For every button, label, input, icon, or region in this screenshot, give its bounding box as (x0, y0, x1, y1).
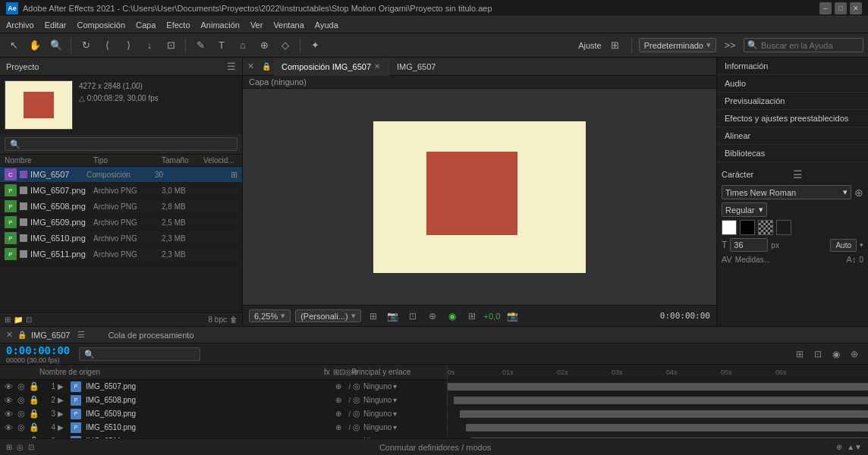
snapshot-btn[interactable]: 📸 (505, 309, 520, 324)
layer-link-2[interactable]: ⊕ (335, 396, 346, 404)
lock-btn-3[interactable]: 🔒 (29, 409, 39, 419)
panel-audio[interactable]: Audio (717, 75, 868, 93)
tool-hand[interactable]: ✋ (26, 36, 44, 55)
tool-select[interactable]: ↖ (5, 36, 23, 55)
tl-bottom-icon-1[interactable]: ⊞ (6, 443, 12, 451)
menu-archivo[interactable]: Archivo (6, 20, 34, 30)
panel-info[interactable]: Información (717, 58, 868, 75)
eye-btn-2[interactable]: 👁 (3, 396, 14, 405)
tl-btn-3[interactable]: ◉ (829, 347, 844, 362)
menu-animacion[interactable]: Animación (201, 20, 240, 30)
solo-btn-2[interactable]: ◎ (16, 395, 27, 405)
color-btn[interactable]: ◉ (445, 309, 460, 324)
tool-mask[interactable]: ⊡ (162, 36, 180, 55)
file-row-5[interactable]: P IMG_6511.png Archivo PNG 2,3 MB (0, 246, 242, 262)
toggle-label[interactable]: Conmutar definidores / modos (39, 443, 832, 452)
tl-close-icon[interactable]: ✕ (6, 330, 13, 340)
tool-zoom[interactable]: 🔍 (47, 36, 65, 55)
tl-bottom-icon-3[interactable]: ⊡ (28, 443, 34, 451)
file-row-3[interactable]: P IMG_6509.png Archivo PNG 2,5 MB (0, 215, 242, 231)
tl-bottom-icon-4[interactable]: ⊕ (836, 443, 842, 451)
camera-btn[interactable]: 📷 (385, 309, 401, 324)
tool-down[interactable]: ↓ (140, 36, 159, 55)
file-row-0[interactable]: C IMG_6507 Composición 30 ⊞ (0, 167, 242, 183)
file-row-1[interactable]: P IMG_6507.png Archivo PNG 3,0 MB (0, 183, 242, 199)
close-comp-icon[interactable]: ✕ (243, 61, 259, 71)
tl-btn-1[interactable]: ⊞ (792, 347, 807, 362)
offset-btn[interactable]: ⊞ (464, 309, 480, 324)
tool-puppet[interactable]: ✦ (306, 36, 324, 55)
comp-tab-main[interactable]: Composición IMG_6507 ✕ (274, 58, 388, 76)
character-menu-icon[interactable]: ☰ (793, 168, 864, 180)
tool-stamp[interactable]: ⊕ (255, 36, 273, 55)
tool-rotate[interactable]: ↻ (77, 36, 95, 55)
add-to-comp-icon[interactable]: ⊞ (231, 170, 237, 180)
fit-btn[interactable]: ⊞ (366, 309, 381, 324)
menu-capa[interactable]: Capa (136, 20, 156, 30)
comp-sub-tab[interactable]: IMG_6507 (388, 58, 443, 76)
panel-effects[interactable]: Efectos y ajustes preestablecidos (717, 110, 868, 127)
eye-btn-1[interactable]: 👁 (3, 382, 14, 391)
leading-auto-btn[interactable]: Auto (830, 239, 857, 252)
principal-dropdown-1[interactable]: Ninguno ▾ (363, 382, 397, 391)
folder-icon[interactable]: 📁 (14, 315, 23, 324)
safe-btn[interactable]: ⊕ (425, 309, 440, 324)
eyedropper-icon[interactable]: ⊕ (854, 187, 863, 199)
layer-row-4[interactable]: 👁 ◎ 🔒 4 ▶ P IMG_6510.png ⊕ / ◎ Ninguno ▾ (0, 421, 868, 435)
tool-expand[interactable]: >> (721, 36, 739, 55)
layer-row-3[interactable]: 👁 ◎ 🔒 3 ▶ P IMG_6509.png ⊕ / ◎ Ninguno ▾ (0, 407, 868, 421)
menu-ver[interactable]: Ver (250, 20, 263, 30)
solo-btn-3[interactable]: ◎ (16, 409, 27, 419)
tl-btn-2[interactable]: ⊡ (810, 347, 826, 362)
grid-btn[interactable]: ⊡ (405, 309, 420, 324)
tool-text[interactable]: T (212, 36, 231, 55)
lock-btn-2[interactable]: 🔒 (29, 395, 39, 405)
stroke-color-swatch[interactable] (740, 220, 755, 235)
solo-btn-1[interactable]: ◎ (16, 381, 27, 391)
menu-efecto[interactable]: Efecto (166, 20, 190, 30)
trash-icon[interactable]: 🗑 (230, 315, 237, 324)
metrics-label[interactable]: Medidas... (735, 256, 770, 264)
panel-libraries[interactable]: Bibliotecas (717, 145, 868, 162)
lock-btn-4[interactable]: 🔒 (29, 422, 39, 432)
panel-align[interactable]: Alinear (717, 127, 868, 145)
panel-preview[interactable]: Previsualización (717, 93, 868, 110)
tool-snap[interactable]: ⊞ (606, 36, 624, 55)
maximize-button[interactable]: □ (835, 2, 847, 14)
tl-bottom-icon-5[interactable]: ▲▼ (847, 443, 862, 451)
tool-forward[interactable]: ⟩ (119, 36, 137, 55)
expand-btn-1[interactable]: ▶ (58, 382, 68, 391)
minimize-button[interactable]: ─ (819, 2, 832, 14)
comp-tab-close[interactable]: ✕ (374, 62, 380, 71)
expand-btn-4[interactable]: ▶ (58, 423, 68, 431)
principal-dropdown-2[interactable]: Ninguno ▾ (363, 396, 397, 404)
principal-dropdown-3[interactable]: Ninguno ▾ (363, 410, 397, 418)
tool-pen[interactable]: ✎ (191, 36, 209, 55)
eye-btn-4[interactable]: 👁 (3, 423, 14, 432)
close-button[interactable]: ✕ (850, 2, 862, 14)
tl-btn-4[interactable]: ⊕ (847, 347, 862, 362)
file-row-4[interactable]: P IMG_6510.png Archivo PNG 2,3 MB (0, 231, 242, 246)
menu-editar[interactable]: Editar (45, 20, 67, 30)
workspace-dropdown[interactable]: Predeterminado ▾ (639, 38, 716, 52)
expand-btn-2[interactable]: ▶ (58, 396, 68, 404)
project-menu-icon[interactable]: ☰ (227, 61, 236, 72)
fill-color-swatch[interactable] (722, 220, 737, 235)
layer-link-1[interactable]: ⊕ (335, 382, 346, 391)
timeline-search-input[interactable] (79, 347, 200, 361)
tl-settings-icon[interactable]: ☰ (74, 330, 88, 340)
lock-btn-1[interactable]: 🔒 (29, 381, 39, 391)
font-style-select[interactable]: Regular ▾ (722, 202, 767, 217)
tool-brush[interactable]: ⌂ (234, 36, 252, 55)
principal-dropdown-4[interactable]: Ninguno ▾ (363, 423, 397, 431)
comp-icon-small[interactable]: ⊡ (26, 315, 32, 324)
layer-row-1[interactable]: 👁 ◎ 🔒 1 ▶ P IMG_6507.png ⊕ / ◎ Ninguno ▾ (0, 380, 868, 394)
menu-ayuda[interactable]: Ayuda (315, 20, 338, 30)
layer-link-3[interactable]: ⊕ (335, 410, 346, 418)
eye-btn-3[interactable]: 👁 (3, 410, 14, 419)
tl-bottom-icon-2[interactable]: ◎ (17, 443, 24, 451)
solo-btn-4[interactable]: ◎ (16, 422, 27, 432)
tool-eraser[interactable]: ◇ (276, 36, 294, 55)
menu-composicion[interactable]: Composición (77, 20, 125, 30)
font-select[interactable]: Times New Roman ▾ (722, 185, 851, 199)
